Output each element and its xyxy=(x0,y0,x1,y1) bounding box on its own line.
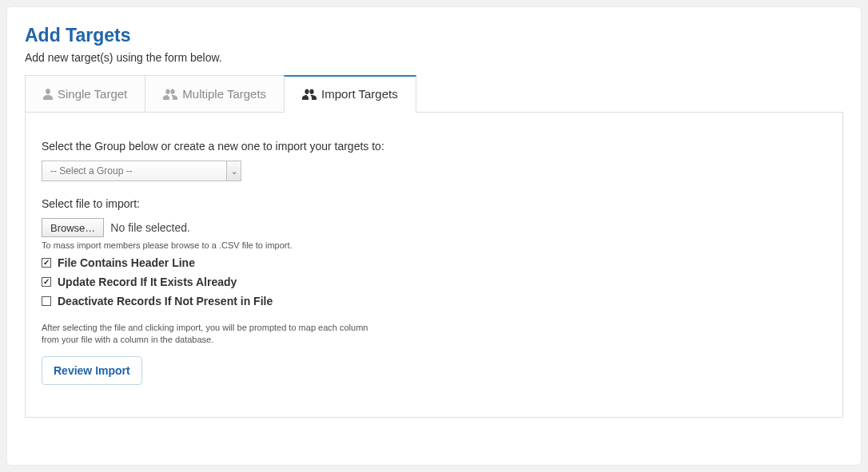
tab-label: Import Targets xyxy=(321,87,398,101)
page-subtitle: Add new target(s) using the form below. xyxy=(25,51,843,64)
file-input-row: Browse… No file selected. xyxy=(42,218,826,237)
file-hint: To mass import members please browse to … xyxy=(42,240,826,250)
group-select-placeholder: -- Select a Group -- xyxy=(42,161,226,180)
checkbox-update-record[interactable] xyxy=(42,277,51,287)
file-select-label: Select file to import: xyxy=(42,197,826,210)
checkbox-header-line[interactable] xyxy=(42,258,51,268)
page-title: Add Targets xyxy=(25,25,843,46)
tab-import-targets[interactable]: Import Targets xyxy=(284,75,416,112)
group-select[interactable]: -- Select a Group -- ⌄ xyxy=(42,161,241,181)
group-select-label: Select the Group below or create a new o… xyxy=(42,140,826,153)
user-icon xyxy=(43,89,53,100)
checkbox-header-line-label[interactable]: File Contains Header Line xyxy=(58,256,195,269)
users-icon xyxy=(302,89,317,100)
import-info-text: After selecting the file and clicking im… xyxy=(42,322,377,347)
file-status-text: No file selected. xyxy=(110,221,190,234)
review-import-button[interactable]: Review Import xyxy=(42,356,142,385)
checkbox-deactivate-records-label[interactable]: Deactivate Records If Not Present in Fil… xyxy=(58,295,273,307)
import-panel: Select the Group below or create a new o… xyxy=(25,112,843,418)
checkbox-deactivate-records[interactable] xyxy=(42,296,51,306)
checkbox-update-record-label[interactable]: Update Record If It Exists Already xyxy=(58,276,237,288)
chevron-down-icon: ⌄ xyxy=(226,161,241,180)
tab-label: Single Target xyxy=(58,87,127,101)
page-card: Add Targets Add new target(s) using the … xyxy=(6,6,862,466)
tab-bar: Single Target Multiple Targets Import Ta… xyxy=(25,75,843,113)
tab-label: Multiple Targets xyxy=(182,87,266,101)
users-icon xyxy=(163,89,177,100)
browse-button[interactable]: Browse… xyxy=(42,218,104,237)
tab-multiple-targets[interactable]: Multiple Targets xyxy=(145,75,285,112)
tab-single-target[interactable]: Single Target xyxy=(25,75,145,112)
